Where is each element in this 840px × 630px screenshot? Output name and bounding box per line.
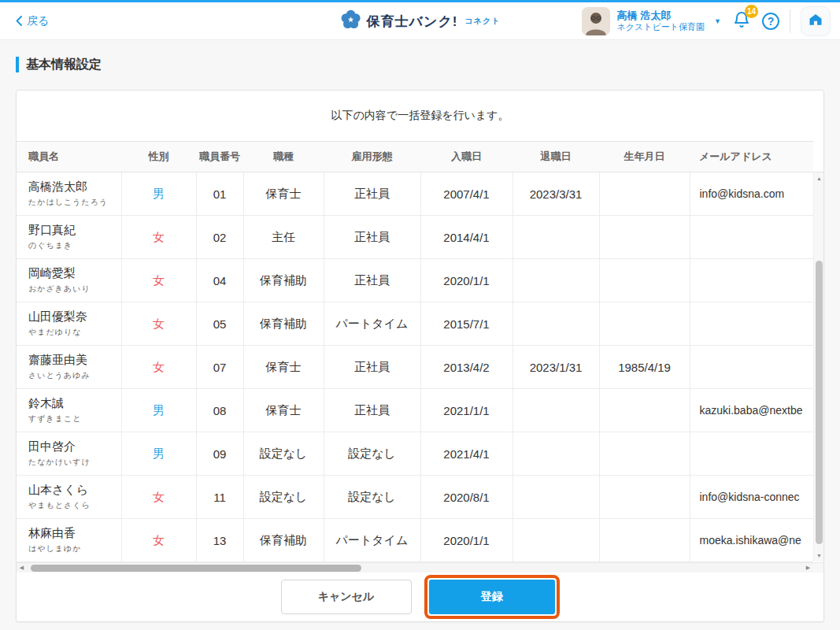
- staff-furigana: おかざきあいり: [28, 284, 121, 295]
- staff-employment-cell: 正社員: [324, 172, 420, 216]
- title-accent-bar: [16, 57, 19, 72]
- staff-number-cell: 09: [196, 432, 243, 476]
- staff-name: 山本さくら: [28, 483, 121, 498]
- staff-job-cell: 保育補助: [243, 302, 324, 346]
- staff-gender-cell: 男: [121, 389, 196, 432]
- scroll-up-icon[interactable]: ▲: [814, 173, 824, 183]
- staff-retire-date-cell: 2023/1/31: [513, 346, 599, 389]
- register-button[interactable]: 登録: [429, 580, 555, 614]
- staff-job-cell: 保育士: [243, 346, 324, 389]
- staff-number-cell: 01: [196, 172, 243, 216]
- staff-row: 齋藤亜由美 さいとうあゆみ 女 07 保育士 正社員 2013/4/2 2023…: [17, 346, 813, 389]
- staff-hire-date-cell: 2013/4/2: [420, 346, 513, 389]
- column-header-birth-date: 生年月日: [599, 142, 690, 172]
- vertical-scrollbar[interactable]: ▲ ▼: [813, 172, 823, 561]
- staff-gender: 男: [153, 403, 165, 417]
- cancel-button[interactable]: キャンセル: [281, 580, 412, 614]
- staff-name: 鈴木誠: [28, 396, 121, 411]
- staff-gender-cell: 女: [121, 259, 196, 302]
- staff-gender: 女: [153, 360, 165, 373]
- staff-table: 職員名 性別 職員番号 職種 雇用形態 入職日 退職日 生年月日 メールアドレス…: [17, 141, 813, 562]
- scroll-right-icon[interactable]: ▶: [803, 563, 813, 573]
- staff-email-cell: info@kidsna-connec: [690, 476, 813, 519]
- staff-number-cell: 13: [196, 519, 243, 562]
- horizontal-scrollbar-thumb[interactable]: [31, 565, 361, 572]
- column-header-hire-date: 入職日: [420, 142, 513, 172]
- table-area: 職員名 性別 職員番号 職種 雇用形態 入職日 退職日 生年月日 メールアドレス…: [17, 141, 823, 562]
- staff-job-cell: 保育士: [243, 389, 324, 432]
- staff-retire-date-cell: [513, 476, 599, 519]
- scroll-left-icon[interactable]: ◀: [17, 563, 27, 573]
- staff-furigana: やまだゆりな: [28, 327, 121, 338]
- staff-gender-cell: 男: [121, 172, 196, 216]
- scroll-down-icon[interactable]: ▼: [814, 550, 824, 561]
- staff-retire-date-cell: [513, 432, 599, 476]
- staff-employment-cell: 正社員: [324, 216, 420, 259]
- staff-gender: 女: [153, 533, 165, 547]
- staff-row: 高橋浩太郎 たかはしこうたろう 男 01 保育士 正社員 2007/4/1 20…: [17, 172, 813, 216]
- staff-number-cell: 11: [196, 476, 243, 519]
- staff-gender-cell: 女: [121, 476, 196, 519]
- user-organization: ネクストビート保育園: [617, 22, 705, 33]
- staff-hire-date-cell: 2014/4/1: [420, 216, 513, 259]
- column-header-job: 職種: [243, 142, 324, 172]
- staff-furigana: のぐちまき: [28, 240, 121, 251]
- staff-job-cell: 主任: [243, 216, 324, 259]
- horizontal-scrollbar[interactable]: ◀ ▶: [17, 562, 813, 573]
- staff-gender-cell: 女: [121, 346, 196, 389]
- staff-hire-date-cell: 2021/4/1: [420, 432, 513, 476]
- staff-gender: 男: [153, 187, 165, 200]
- staff-birth-date-cell: [599, 519, 690, 562]
- staff-birth-date-cell: [599, 389, 690, 432]
- staff-row: 鈴木誠 すずきまこと 男 08 保育士 正社員 2021/1/1 kazuki.…: [17, 389, 813, 432]
- back-link[interactable]: 戻る: [16, 14, 49, 28]
- staff-table-body: 高橋浩太郎 たかはしこうたろう 男 01 保育士 正社員 2007/4/1 20…: [17, 172, 813, 562]
- user-zone: 高橋 浩太郎 ネクストビート保育園 ▼ 14 ?: [582, 6, 831, 36]
- notification-badge: 14: [745, 5, 758, 18]
- staff-employment-cell: 正社員: [324, 259, 420, 302]
- home-button[interactable]: [801, 6, 831, 36]
- staff-hire-date-cell: 2020/1/1: [420, 519, 513, 562]
- avatar[interactable]: [582, 7, 610, 35]
- staff-retire-date-cell: [513, 389, 599, 432]
- staff-gender-cell: 男: [121, 432, 196, 476]
- column-header-gender: 性別: [121, 142, 196, 172]
- help-button[interactable]: ?: [762, 13, 779, 30]
- staff-name: 高橋浩太郎: [28, 180, 121, 195]
- action-buttons: キャンセル 登録: [17, 573, 823, 621]
- staff-birth-date-cell: [599, 302, 690, 346]
- column-header-number: 職員番号: [196, 142, 243, 172]
- column-header-retire-date: 退職日: [513, 142, 599, 172]
- bell-icon: [732, 18, 751, 32]
- staff-retire-date-cell: [513, 302, 599, 346]
- staff-gender: 女: [153, 317, 165, 330]
- staff-name-cell: 山本さくら やまもとさくら: [17, 476, 121, 519]
- notification-bell-button[interactable]: 14: [732, 10, 751, 32]
- staff-row: 田中啓介 たなかけいすけ 男 09 設定なし 設定なし 2021/4/1: [17, 432, 813, 476]
- staff-birth-date-cell: [599, 216, 690, 259]
- chevron-down-icon[interactable]: ▼: [714, 17, 721, 25]
- user-menu[interactable]: 高橋 浩太郎 ネクストビート保育園: [617, 9, 705, 33]
- staff-email-cell: [690, 259, 813, 302]
- staff-employment-cell: パートタイム: [324, 302, 420, 346]
- staff-hire-date-cell: 2020/1/1: [420, 259, 513, 302]
- staff-gender-cell: 女: [121, 216, 196, 259]
- staff-email-cell: [690, 216, 813, 259]
- staff-furigana: すずきまこと: [28, 413, 121, 424]
- staff-employment-cell: パートタイム: [324, 519, 420, 562]
- column-header-email: メールアドレス: [690, 142, 813, 172]
- staff-name: 岡崎愛梨: [28, 266, 121, 281]
- staff-name: 林麻由香: [28, 526, 121, 541]
- staff-hire-date-cell: 2015/7/1: [420, 302, 513, 346]
- staff-number-cell: 02: [196, 216, 243, 259]
- staff-hire-date-cell: 2020/8/1: [420, 476, 513, 519]
- page-title: 基本情報設定: [26, 57, 102, 73]
- staff-row: 岡崎愛梨 おかざきあいり 女 04 保育補助 正社員 2020/1/1: [17, 259, 813, 302]
- staff-name: 田中啓介: [28, 439, 121, 454]
- staff-number-cell: 05: [196, 302, 243, 346]
- staff-furigana: はやしまゆか: [28, 543, 121, 554]
- help-icon: ?: [768, 15, 775, 28]
- staff-gender: 女: [153, 490, 165, 503]
- vertical-scrollbar-thumb[interactable]: [816, 261, 823, 544]
- column-header-employment: 雇用形態: [324, 142, 420, 172]
